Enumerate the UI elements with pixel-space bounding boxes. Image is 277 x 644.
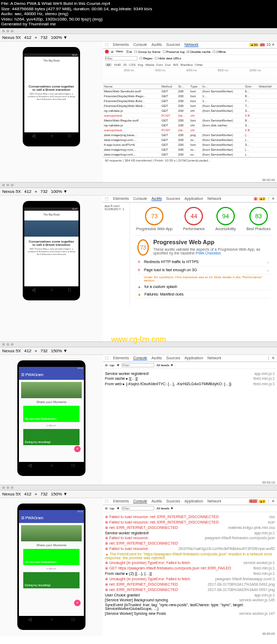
article-title[interactable]: Conservatives come together to sell a Br… xyxy=(24,84,78,92)
device-label: Nexus 5X xyxy=(2,35,21,40)
table-row[interactable]: MetricWeb-Regular.woffGET200font(from Se… xyxy=(103,118,277,123)
article-desc: With Theresa May a more peripheral figur… xyxy=(24,92,78,101)
table-row[interactable]: FinancierDisplayWeb-Regu...GET200font1..… xyxy=(103,93,277,98)
table-row[interactable]: ft-app-icons.woff?v=6GET200font(from Ser… xyxy=(103,142,277,147)
browser-tab-bar xyxy=(0,29,277,34)
network-summary: 60 requests | 384 KB transferred | Finis… xyxy=(103,157,277,163)
table-row[interactable]: data:image/svg+xml,...GET200sv...(from S… xyxy=(103,137,277,142)
lh-pwa-title: Progressive Web App xyxy=(153,239,269,245)
android-nav: ◁○□ xyxy=(24,132,78,140)
table-row[interactable]: FinancierDisplayWeb-Medi...GET200font(fr… xyxy=(103,103,277,108)
console-filter[interactable] xyxy=(122,363,154,367)
fab-add[interactable]: + xyxy=(74,446,81,452)
device-toolbar: Nexus 5X 412×732 100% ▼ xyxy=(0,34,277,42)
table-row[interactable]: ng-validate.jsGET200xhr(from ServiceWork… xyxy=(103,108,277,113)
table-row[interactable]: data:image/svg+xml,...GET200sv...(from S… xyxy=(103,152,277,157)
pwa-checklist-link[interactable]: PWA Checklist xyxy=(196,251,221,255)
waterfall-overview[interactable]: 2000 ms 4000 ms 6000 ms 8000 ms 10000 ms xyxy=(103,68,277,84)
devtools-tabs[interactable]: ⬚ ElementsConsoleAuditsSourcesNetwork ▲3… xyxy=(103,42,277,49)
console-output[interactable]: Service worker registered!app.min.js:1 F… xyxy=(103,369,277,389)
table-row[interactable]: MetricWeb-Semibold.woffGET200font(from S… xyxy=(103,89,277,93)
record-button[interactable] xyxy=(105,50,109,53)
console-output-errors[interactable]: ⊗ Failed to load resource: net::ERR_INTE… xyxy=(103,512,277,618)
table-row[interactable]: data:image/png;base...GET200png(from Ser… xyxy=(103,132,277,137)
ft-logo: The Big Read xyxy=(24,57,78,64)
table-row[interactable]: FinancierDisplayWeb-Bold...GET200font1..… xyxy=(103,98,277,103)
table-row[interactable]: data:image/svg+xml,...GET200sv...(from S… xyxy=(103,147,277,152)
table-row[interactable]: startupcheckPOST(fai...xhr0 B xyxy=(103,113,277,118)
post-card[interactable]: My cool new Greenscreen xyxy=(23,406,80,422)
phone-frame: 10:47 The Big Read Conservatives come to… xyxy=(23,47,80,146)
zoom-select[interactable]: 100% ▼ xyxy=(51,35,68,40)
video-metadata: File: A Demo PWA & What We'll Build in t… xyxy=(0,0,277,28)
pwa-appbar: ☰ PWAGram xyxy=(19,370,84,380)
table-row[interactable]: startupcheckPOST(fai...xhr0 B xyxy=(103,128,277,132)
filter-input[interactable] xyxy=(105,56,137,61)
network-table[interactable]: NameMethodSt...TypeIn...SizeWaterfall Me… xyxy=(103,84,277,157)
clear-button[interactable]: ⊘ xyxy=(111,50,114,53)
table-row[interactable]: ng-validate.jsGET200xhr(from disk cache)… xyxy=(103,123,277,128)
